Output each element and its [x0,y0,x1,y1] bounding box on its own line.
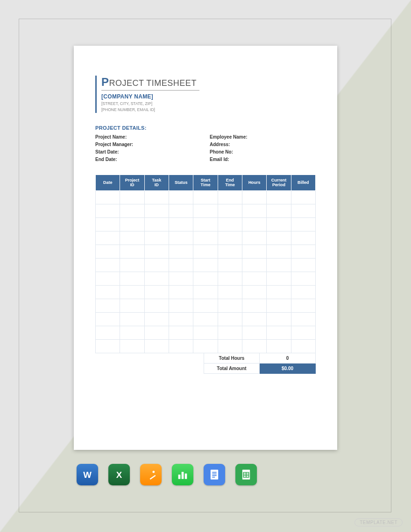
word-icon[interactable]: W [77,464,98,485]
table-cell [267,272,291,286]
company-address: [STREET, CITY, STATE, ZIP] [PHONE NUMBER… [101,101,199,113]
total-amount-value: $0.00 [260,364,316,374]
table-cell [193,231,218,245]
table-cell [291,259,315,272]
table-cell [144,299,169,313]
table-row [96,313,316,326]
table-cell [291,245,315,259]
table-header-cell: ProjectID [120,175,144,191]
table-cell [169,191,193,204]
table-row [96,259,316,272]
table-row [96,299,316,313]
table-cell [242,340,266,353]
total-amount-label: Total Amount [204,364,260,374]
table-cell [169,326,193,340]
table-cell [193,272,218,286]
table-cell [144,313,169,326]
table-cell [169,204,193,218]
table-cell [193,245,218,259]
table-cell [218,245,242,259]
table-cell [218,191,242,204]
table-cell [120,204,144,218]
table-cell [267,259,291,272]
table-cell [144,340,169,353]
section-heading: PROJECT DETAILS: [95,125,316,131]
table-cell [96,313,120,326]
title-block: PROJECT TIMESHEET [COMPANY NAME] [STREET… [95,76,199,113]
table-cell [144,259,169,272]
table-cell [267,326,291,340]
table-cell [193,191,218,204]
excel-icon[interactable]: X [108,464,130,485]
table-cell [291,231,315,245]
google-docs-icon[interactable] [204,464,225,485]
table-cell [218,340,242,353]
table-cell [169,299,193,313]
title-rest: ROJECT TIMESHEET [109,78,197,88]
field-project-manager: Project Manager: [95,142,201,147]
table-cell [169,272,193,286]
table-cell [144,231,169,245]
table-cell [144,326,169,340]
svg-text:X: X [116,470,122,480]
google-sheets-icon[interactable] [235,464,257,485]
table-cell [242,204,266,218]
table-header-cell: Date [96,175,120,191]
table-cell [218,231,242,245]
address-line-2: [PHONE NUMBER, EMAIL ID] [101,107,199,113]
table-cell [218,204,242,218]
svg-rect-7 [211,470,218,480]
table-cell [120,218,144,231]
document-page: PROJECT TIMESHEET [COMPANY NAME] [STREET… [74,46,337,450]
address-line-1: [STREET, CITY, STATE, ZIP] [101,101,199,107]
table-cell [96,204,120,218]
table-cell [291,204,315,218]
table-cell [267,191,291,204]
field-start-date: Start Date: [95,149,201,154]
svg-rect-11 [212,477,215,478]
pages-icon[interactable] [140,464,162,485]
table-cell [96,326,120,340]
table-cell [144,245,169,259]
table-row [96,245,316,259]
table-cell [267,286,291,299]
table-header-cell: CurrentPeriod [267,175,291,191]
table-cell [193,286,218,299]
table-cell [291,218,315,231]
table-header-row: DateProjectIDTaskIDStatusStartTimeEndTim… [96,175,316,191]
field-address: Address: [210,142,316,147]
table-cell [291,326,315,340]
table-cell [144,191,169,204]
table-cell [96,340,120,353]
table-cell [193,340,218,353]
table-cell [96,259,120,272]
table-cell [242,326,266,340]
table-cell [267,231,291,245]
table-row [96,272,316,286]
table-cell [242,259,266,272]
table-cell [144,286,169,299]
table-cell [120,340,144,353]
title-capital: P [101,76,109,88]
page-title: PROJECT TIMESHEET [101,76,199,91]
numbers-icon[interactable] [172,464,193,485]
table-cell [218,286,242,299]
table-cell [96,218,120,231]
field-phone: Phone No: [210,149,316,154]
table-row [96,326,316,340]
table-row [96,204,316,218]
table-cell [242,231,266,245]
table-cell [144,204,169,218]
table-cell [267,340,291,353]
field-email: Email Id: [210,157,316,162]
table-cell [120,191,144,204]
total-hours-label: Total Hours [204,353,260,364]
table-cell [193,204,218,218]
table-cell [267,204,291,218]
table-cell [242,191,266,204]
totals-block: Total Hours 0 Total Amount $0.00 [95,353,316,374]
table-row [96,218,316,231]
table-cell [242,218,266,231]
table-cell [169,340,193,353]
table-cell [193,313,218,326]
